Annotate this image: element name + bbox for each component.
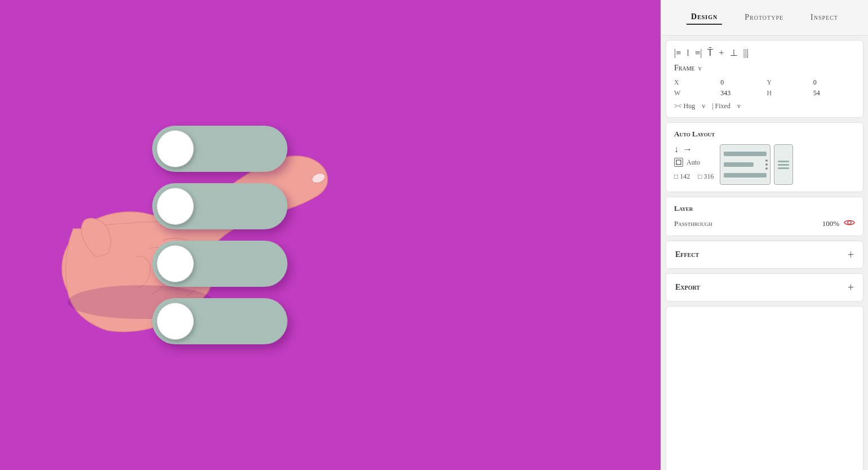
frame-dropdown[interactable]: v	[698, 64, 702, 73]
al-auto-icon	[674, 158, 683, 167]
al-small-line-1	[778, 161, 789, 162]
auto-layout-section: Auto Layout ↓ → Auto □ 142 □ 316	[666, 122, 863, 192]
export-section: Export +	[666, 273, 863, 301]
al-arrow-down[interactable]: ↓	[674, 144, 679, 154]
export-title: Export	[675, 283, 700, 292]
toggle-knob-3	[157, 245, 194, 282]
panel-tabs: Design Prototype Inspect	[661, 0, 868, 36]
svg-point-4	[848, 221, 851, 224]
eye-icon[interactable]	[844, 219, 855, 229]
toggle-switch-4[interactable]	[152, 298, 287, 344]
al-preview-bar-3	[724, 173, 767, 178]
effect-add-button[interactable]: +	[848, 249, 854, 260]
align-icons-row: |≡ ⁞ ≡| T̄ + ⊥ |||	[674, 47, 855, 58]
al-dim2[interactable]: □ 316	[698, 172, 714, 181]
alignment-section: |≡ ⁞ ≡| T̄ + ⊥ ||| Frame v X 0 Y 0 W 343…	[666, 40, 863, 118]
fixed-dropdown[interactable]: v	[737, 102, 741, 110]
w-value[interactable]: 343	[720, 89, 762, 97]
al-preview-small	[774, 144, 793, 185]
h-value[interactable]: 54	[813, 89, 855, 97]
layer-left: Passthrough	[674, 219, 712, 228]
toggles-container	[152, 126, 287, 344]
al-preview-bar-2	[724, 162, 754, 167]
export-add-button[interactable]: +	[848, 282, 854, 293]
y-label: Y	[767, 78, 809, 87]
al-dims: □ 142 □ 316	[674, 172, 714, 181]
align-left-icon[interactable]: |≡	[674, 48, 681, 58]
al-preview-bar-1	[724, 152, 767, 156]
layer-right: 100%	[822, 219, 855, 229]
distribute-h-icon[interactable]: +	[719, 48, 724, 58]
passthrough-label[interactable]: Passthrough	[674, 219, 712, 228]
al-small-line-2	[778, 164, 789, 166]
coords-grid: X 0 Y 0 W 343 H 54	[674, 78, 855, 97]
frame-label: Frame	[674, 64, 695, 73]
tab-design[interactable]: Design	[687, 10, 722, 25]
tab-inspect[interactable]: Inspect	[806, 11, 843, 24]
al-left: ↓ → Auto □ 142 □ 316	[674, 144, 714, 181]
frame-row: Frame v	[674, 64, 855, 73]
align-bottom-icon[interactable]: ⊥	[730, 47, 738, 58]
opacity-value[interactable]: 100%	[822, 219, 839, 228]
toggle-knob-2	[157, 188, 194, 225]
al-dim1[interactable]: □ 142	[674, 172, 690, 181]
al-preview-main	[720, 144, 770, 185]
align-top-icon[interactable]: T̄	[707, 47, 713, 58]
al-dot-1	[765, 159, 768, 162]
bottom-partial-section	[666, 306, 863, 470]
al-preview-dots	[765, 159, 768, 170]
x-value[interactable]: 0	[720, 78, 762, 87]
y-value[interactable]: 0	[813, 78, 855, 87]
distribute-v-icon[interactable]: ⁞	[687, 47, 689, 58]
right-panel: Design Prototype Inspect |≡ ⁞ ≡| T̄ + ⊥ …	[661, 0, 868, 470]
auto-layout-title: Auto Layout	[674, 130, 855, 139]
toggle-knob-4	[157, 303, 194, 340]
auto-layout-controls: ↓ → Auto □ 142 □ 316	[674, 144, 855, 185]
canvas-area	[0, 0, 530, 470]
al-dot-3	[765, 167, 768, 170]
hug-dropdown[interactable]: v	[702, 102, 705, 110]
x-label: X	[674, 78, 716, 87]
toggle-switch-1[interactable]	[152, 126, 287, 172]
layer-row: Passthrough 100%	[674, 219, 855, 229]
effect-section: Effect +	[666, 241, 863, 269]
layer-title: Layer	[674, 204, 855, 213]
toggle-switch-2[interactable]	[152, 183, 287, 229]
align-right-icon[interactable]: ≡|	[695, 48, 702, 58]
al-arrows: ↓ →	[674, 144, 714, 154]
al-auto-label[interactable]: Auto	[687, 158, 700, 167]
al-arrow-right[interactable]: →	[683, 144, 692, 154]
layer-section: Layer Passthrough 100%	[666, 197, 863, 236]
w-label: W	[674, 89, 716, 97]
al-small-lines	[778, 161, 789, 169]
toggle-knob-1	[157, 130, 194, 167]
hug-row: >< Hug v | Fixed v	[674, 102, 855, 110]
al-auto-row: Auto	[674, 158, 714, 167]
distribute-both-icon[interactable]: |||	[743, 48, 749, 58]
al-right	[720, 144, 856, 185]
fixed-label[interactable]: | Fixed	[712, 102, 730, 110]
al-small-line-3	[778, 167, 789, 169]
hug-label[interactable]: >< Hug	[674, 102, 695, 110]
tab-prototype[interactable]: Prototype	[740, 11, 788, 24]
effect-title: Effect	[675, 250, 699, 259]
h-label: H	[767, 89, 809, 97]
toggle-switch-3[interactable]	[152, 241, 287, 287]
svg-rect-3	[676, 160, 681, 165]
al-dot-2	[765, 163, 768, 166]
